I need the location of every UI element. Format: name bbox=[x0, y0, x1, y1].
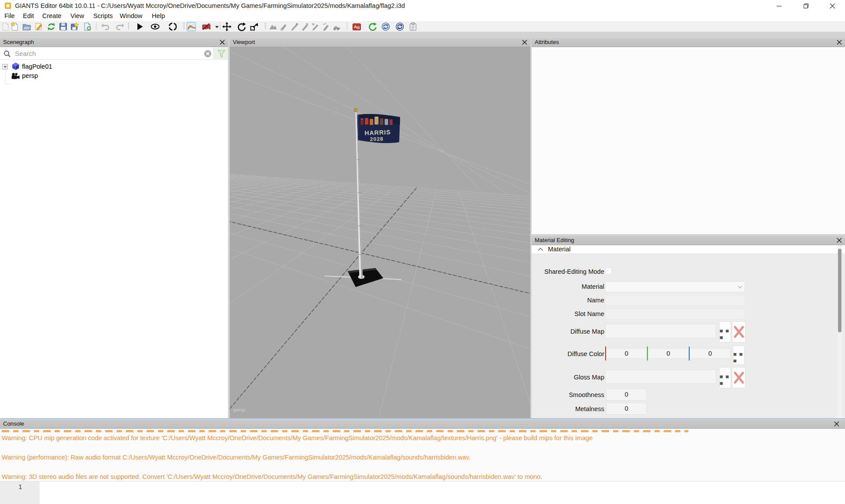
open-file-icon[interactable] bbox=[22, 22, 31, 31]
slot-name-input[interactable] bbox=[605, 309, 745, 320]
edit-notes-icon[interactable] bbox=[34, 22, 44, 31]
gloss-map-browse-button[interactable]: ■ ■ ■ bbox=[719, 367, 731, 388]
terrain-extra-icon[interactable] bbox=[332, 22, 341, 31]
viewport-header: Viewport bbox=[230, 37, 530, 47]
undo-icon[interactable] bbox=[101, 22, 110, 31]
attributes-close-icon[interactable] bbox=[837, 40, 843, 46]
viewport-camera-label: persp bbox=[233, 407, 246, 412]
close-button[interactable] bbox=[822, 0, 842, 11]
material-scrollbar[interactable] bbox=[838, 245, 842, 418]
sync-objects-icon[interactable] bbox=[395, 22, 404, 31]
material-editing-title: Material Editing bbox=[535, 237, 574, 243]
diffuse-map-browse-button[interactable]: ■ ■ ■ bbox=[719, 321, 731, 342]
sync-materials-icon[interactable] bbox=[381, 22, 390, 31]
scenegraph-panel: Search flagPole01persp bbox=[0, 47, 228, 418]
blank-file-icon[interactable] bbox=[1, 22, 10, 31]
search-input[interactable]: Search bbox=[15, 50, 36, 57]
toolbar-separator bbox=[347, 22, 347, 30]
diffuse-color-picker-button[interactable]: ■ ■ ■ bbox=[733, 346, 745, 365]
console-close-icon[interactable] bbox=[834, 421, 840, 427]
tree-expander-icon[interactable] bbox=[2, 64, 8, 70]
save-icon[interactable] bbox=[59, 22, 68, 31]
smoothness-value: 0 bbox=[606, 391, 647, 398]
console-script-input[interactable] bbox=[40, 481, 845, 504]
new-file-icon[interactable] bbox=[10, 22, 19, 31]
slot-name-label: Slot Name bbox=[532, 310, 604, 317]
reload-icon[interactable] bbox=[47, 22, 56, 31]
material-select[interactable] bbox=[605, 281, 745, 292]
menu-file[interactable]: File bbox=[4, 11, 15, 21]
material-label: Material bbox=[532, 283, 604, 290]
console-line: Warning (performance): Raw audio format … bbox=[2, 452, 845, 462]
diffuse-map-input[interactable] bbox=[605, 324, 716, 338]
clear-search-icon[interactable] bbox=[204, 50, 212, 58]
material-section-header[interactable]: Material bbox=[532, 245, 845, 254]
menu-help[interactable]: Help bbox=[152, 11, 165, 21]
redo-icon[interactable] bbox=[115, 22, 125, 31]
reload-scripts-icon[interactable] bbox=[368, 22, 377, 31]
ellipsis-icon: ■ ■ ■ bbox=[720, 327, 731, 341]
name-input[interactable] bbox=[605, 295, 745, 306]
search-bar[interactable]: Search bbox=[0, 48, 228, 60]
scenegraph-header: Scenegraph bbox=[0, 37, 228, 47]
metalness-value: 0 bbox=[606, 405, 647, 412]
search-icon bbox=[4, 50, 11, 58]
attributes-header: Attributes bbox=[532, 37, 845, 47]
gloss-map-input[interactable] bbox=[605, 370, 716, 384]
remove-x-icon bbox=[733, 371, 745, 384]
translate-icon[interactable] bbox=[222, 22, 231, 31]
diffuse-map-remove-button[interactable] bbox=[732, 321, 746, 342]
viewport-close-icon[interactable] bbox=[522, 40, 528, 46]
attributes-title: Attributes bbox=[535, 39, 559, 45]
paste-settings-icon[interactable] bbox=[408, 22, 418, 31]
render-disabled-icon[interactable] bbox=[202, 22, 211, 31]
material-section-label: Material bbox=[548, 246, 571, 253]
navigation-mode-icon[interactable] bbox=[187, 22, 196, 31]
node-icon-camera bbox=[11, 73, 20, 80]
viewport-3d[interactable]: HARRIS2028 persp bbox=[230, 47, 530, 418]
shared-editing-mode-checkbox[interactable] bbox=[605, 268, 612, 274]
toolbar-separator bbox=[96, 22, 96, 30]
title-bar: GIANTS Editor 64bit 10.0.11 - C:/Users/W… bbox=[0, 0, 845, 11]
material-editing-header: Material Editing bbox=[532, 235, 845, 245]
console-log: Warning: CPU mip generation code activat… bbox=[0, 433, 845, 482]
tree-node-flagpole[interactable]: flagPole01 bbox=[22, 63, 52, 70]
maximize-button[interactable] bbox=[796, 0, 816, 11]
terrain-foliage-icon[interactable] bbox=[300, 22, 309, 31]
export-icon[interactable] bbox=[70, 22, 79, 31]
menu-window[interactable]: Window bbox=[120, 11, 143, 21]
minimize-button[interactable] bbox=[769, 0, 789, 11]
tree-node-persp[interactable]: persp bbox=[22, 72, 38, 79]
filter-funnel-icon bbox=[217, 49, 226, 58]
text-abc-icon[interactable]: AB bbox=[352, 22, 361, 31]
ellipsis-icon: ■ ■ ■ bbox=[733, 351, 744, 364]
filter-button[interactable] bbox=[213, 48, 228, 60]
play-icon[interactable] bbox=[135, 22, 144, 31]
menu-scripts[interactable]: Scripts bbox=[93, 11, 113, 21]
collapse-chevron-icon bbox=[538, 247, 543, 251]
gloss-map-remove-button[interactable] bbox=[732, 367, 746, 388]
frame-selection-icon[interactable] bbox=[168, 22, 177, 31]
material-editing-close-icon[interactable] bbox=[837, 238, 843, 244]
chevron-down-icon bbox=[738, 285, 742, 289]
terrain-paint-icon[interactable] bbox=[290, 22, 299, 31]
rotate-icon[interactable] bbox=[237, 22, 246, 31]
terrain-smooth-icon[interactable] bbox=[279, 22, 288, 31]
app-icon bbox=[4, 2, 11, 9]
menu-create[interactable]: Create bbox=[42, 11, 62, 21]
scenegraph-close-icon[interactable] bbox=[220, 40, 226, 46]
console-title: Console bbox=[3, 420, 24, 427]
visibility-icon[interactable] bbox=[151, 22, 160, 31]
menu-view[interactable]: View bbox=[70, 11, 84, 21]
add-reference-icon[interactable] bbox=[83, 22, 92, 31]
terrain-spray-icon[interactable] bbox=[321, 22, 331, 31]
scenegraph-title: Scenegraph bbox=[3, 39, 34, 45]
scale-icon[interactable] bbox=[250, 22, 259, 31]
scrollbar-thumb[interactable] bbox=[838, 249, 841, 332]
menu-edit[interactable]: Edit bbox=[23, 11, 34, 21]
menu-bar: FileEditCreateViewScriptsWindowHelp bbox=[0, 11, 845, 21]
gloss-map-label: Gloss Map bbox=[532, 374, 604, 381]
console-clipped-line bbox=[2, 430, 688, 432]
terrain-detail-icon[interactable] bbox=[311, 22, 320, 31]
terrain-sculpt-icon[interactable] bbox=[268, 22, 278, 31]
